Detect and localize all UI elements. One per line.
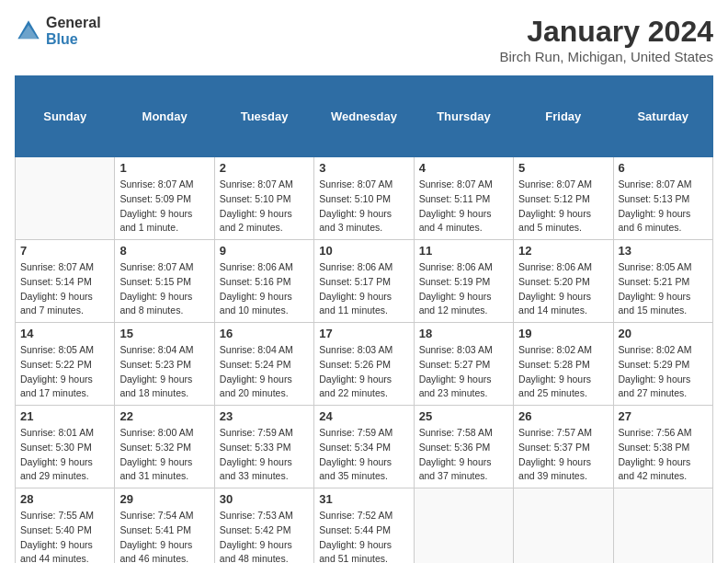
day-info: Sunrise: 8:07 AMSunset: 5:11 PMDaylight:…: [419, 178, 508, 236]
day-number: 8: [119, 244, 209, 258]
day-number: 17: [319, 327, 408, 340]
day-info: Sunrise: 7:59 AMSunset: 5:34 PMDaylight:…: [319, 426, 408, 484]
logo-text: General Blue: [46, 15, 101, 47]
day-info: Sunrise: 7:57 AMSunset: 5:37 PMDaylight:…: [518, 426, 608, 484]
calendar-cell: 27Sunrise: 7:56 AMSunset: 5:38 PMDayligh…: [613, 406, 712, 488]
calendar-week-row: 28Sunrise: 7:55 AMSunset: 5:40 PMDayligh…: [16, 488, 713, 564]
day-info: Sunrise: 8:06 AMSunset: 5:17 PMDaylight:…: [319, 260, 408, 318]
day-number: 25: [419, 409, 508, 423]
weekday-header: Wednesday: [314, 76, 414, 157]
day-number: 30: [220, 492, 309, 506]
calendar-cell: 15Sunrise: 8:04 AMSunset: 5:23 PMDayligh…: [115, 323, 214, 406]
logo-blue-text: Blue: [46, 31, 101, 48]
calendar-cell: 25Sunrise: 7:58 AMSunset: 5:36 PMDayligh…: [414, 406, 513, 488]
day-info: Sunrise: 8:03 AMSunset: 5:26 PMDaylight:…: [319, 343, 408, 401]
calendar-cell: 1Sunrise: 8:07 AMSunset: 5:09 PMDaylight…: [115, 157, 214, 240]
calendar-week-row: 1Sunrise: 8:07 AMSunset: 5:09 PMDaylight…: [16, 157, 713, 240]
day-info: Sunrise: 8:07 AMSunset: 5:10 PMDaylight:…: [220, 178, 309, 236]
page-header: General Blue January 2024 Birch Run, Mic…: [15, 15, 713, 64]
day-info: Sunrise: 8:05 AMSunset: 5:22 PMDaylight:…: [20, 343, 109, 401]
calendar-cell: 28Sunrise: 7:55 AMSunset: 5:40 PMDayligh…: [16, 488, 115, 564]
calendar-cell: 16Sunrise: 8:04 AMSunset: 5:24 PMDayligh…: [214, 323, 313, 406]
calendar-cell: 18Sunrise: 8:03 AMSunset: 5:27 PMDayligh…: [414, 323, 513, 406]
day-info: Sunrise: 8:07 AMSunset: 5:12 PMDaylight:…: [518, 178, 608, 236]
day-number: 10: [319, 244, 408, 258]
day-info: Sunrise: 8:06 AMSunset: 5:20 PMDaylight:…: [518, 260, 608, 318]
day-number: 20: [619, 327, 708, 340]
calendar-cell: 29Sunrise: 7:54 AMSunset: 5:41 PMDayligh…: [115, 488, 214, 564]
calendar-cell: 5Sunrise: 8:07 AMSunset: 5:12 PMDaylight…: [514, 157, 613, 240]
day-info: Sunrise: 8:04 AMSunset: 5:23 PMDaylight:…: [119, 343, 209, 401]
day-info: Sunrise: 8:07 AMSunset: 5:13 PMDaylight:…: [619, 178, 708, 236]
calendar-cell: 20Sunrise: 8:02 AMSunset: 5:29 PMDayligh…: [613, 323, 712, 406]
day-number: 7: [20, 244, 109, 258]
calendar-subtitle: Birch Run, Michigan, United States: [499, 49, 713, 64]
logo: General Blue: [15, 15, 101, 47]
day-info: Sunrise: 7:59 AMSunset: 5:33 PMDaylight:…: [220, 426, 309, 484]
day-info: Sunrise: 8:01 AMSunset: 5:30 PMDaylight:…: [20, 426, 109, 484]
calendar-cell: 12Sunrise: 8:06 AMSunset: 5:20 PMDayligh…: [514, 240, 613, 323]
calendar-cell: [414, 488, 513, 564]
day-info: Sunrise: 8:05 AMSunset: 5:21 PMDaylight:…: [619, 260, 708, 318]
weekday-header-row: SundayMondayTuesdayWednesdayThursdayFrid…: [16, 76, 713, 157]
day-number: 13: [619, 244, 708, 258]
logo-icon: [15, 17, 42, 45]
calendar-body: 1Sunrise: 8:07 AMSunset: 5:09 PMDaylight…: [16, 157, 713, 564]
day-number: 16: [220, 327, 309, 340]
day-info: Sunrise: 8:00 AMSunset: 5:32 PMDaylight:…: [119, 426, 209, 484]
calendar-cell: 24Sunrise: 7:59 AMSunset: 5:34 PMDayligh…: [314, 406, 414, 488]
day-number: 6: [619, 161, 708, 175]
day-info: Sunrise: 7:55 AMSunset: 5:40 PMDaylight:…: [20, 509, 109, 563]
day-number: 21: [20, 409, 109, 423]
calendar-cell: 7Sunrise: 8:07 AMSunset: 5:14 PMDaylight…: [16, 240, 115, 323]
calendar-cell: 2Sunrise: 8:07 AMSunset: 5:10 PMDaylight…: [214, 157, 313, 240]
day-number: 24: [319, 409, 408, 423]
calendar-cell: 30Sunrise: 7:53 AMSunset: 5:42 PMDayligh…: [214, 488, 313, 564]
calendar-week-row: 7Sunrise: 8:07 AMSunset: 5:14 PMDaylight…: [16, 240, 713, 323]
title-section: January 2024 Birch Run, Michigan, United…: [499, 15, 713, 64]
day-number: 12: [518, 244, 608, 258]
weekday-header: Thursday: [414, 76, 513, 157]
day-number: 27: [619, 409, 708, 423]
day-info: Sunrise: 7:54 AMSunset: 5:41 PMDaylight:…: [119, 509, 209, 563]
day-number: 19: [518, 327, 608, 340]
calendar-cell: 4Sunrise: 8:07 AMSunset: 5:11 PMDaylight…: [414, 157, 513, 240]
day-number: 22: [119, 409, 209, 423]
day-number: 31: [319, 492, 408, 506]
weekday-header: Tuesday: [214, 76, 313, 157]
day-info: Sunrise: 8:07 AMSunset: 5:14 PMDaylight:…: [20, 260, 109, 318]
day-info: Sunrise: 7:52 AMSunset: 5:44 PMDaylight:…: [319, 509, 408, 563]
weekday-header: Friday: [514, 76, 613, 157]
logo-general-text: General: [46, 15, 101, 31]
weekday-header: Sunday: [16, 76, 115, 157]
day-number: 3: [319, 161, 408, 175]
calendar-cell: [613, 488, 712, 564]
day-info: Sunrise: 8:06 AMSunset: 5:16 PMDaylight:…: [220, 260, 309, 318]
day-info: Sunrise: 8:04 AMSunset: 5:24 PMDaylight:…: [220, 343, 309, 401]
day-number: 4: [419, 161, 508, 175]
weekday-header: Saturday: [613, 76, 712, 157]
calendar-cell: 3Sunrise: 8:07 AMSunset: 5:10 PMDaylight…: [314, 157, 414, 240]
calendar-cell: [514, 488, 613, 564]
calendar-cell: 22Sunrise: 8:00 AMSunset: 5:32 PMDayligh…: [115, 406, 214, 488]
day-number: 14: [20, 327, 109, 340]
day-number: 9: [220, 244, 309, 258]
day-info: Sunrise: 8:07 AMSunset: 5:09 PMDaylight:…: [119, 178, 209, 236]
calendar-cell: 23Sunrise: 7:59 AMSunset: 5:33 PMDayligh…: [214, 406, 313, 488]
calendar-title: January 2024: [499, 15, 713, 49]
day-number: 29: [119, 492, 209, 506]
calendar-cell: 17Sunrise: 8:03 AMSunset: 5:26 PMDayligh…: [314, 323, 414, 406]
day-number: 18: [419, 327, 508, 340]
calendar-cell: 31Sunrise: 7:52 AMSunset: 5:44 PMDayligh…: [314, 488, 414, 564]
day-number: 26: [518, 409, 608, 423]
day-number: 2: [220, 161, 309, 175]
weekday-header: Monday: [115, 76, 214, 157]
day-number: 23: [220, 409, 309, 423]
calendar-cell: 6Sunrise: 8:07 AMSunset: 5:13 PMDaylight…: [613, 157, 712, 240]
calendar-cell: 19Sunrise: 8:02 AMSunset: 5:28 PMDayligh…: [514, 323, 613, 406]
calendar-header: SundayMondayTuesdayWednesdayThursdayFrid…: [16, 76, 713, 157]
day-info: Sunrise: 8:06 AMSunset: 5:19 PMDaylight:…: [419, 260, 508, 318]
day-number: 28: [20, 492, 109, 506]
day-number: 1: [119, 161, 209, 175]
calendar-cell: 21Sunrise: 8:01 AMSunset: 5:30 PMDayligh…: [16, 406, 115, 488]
